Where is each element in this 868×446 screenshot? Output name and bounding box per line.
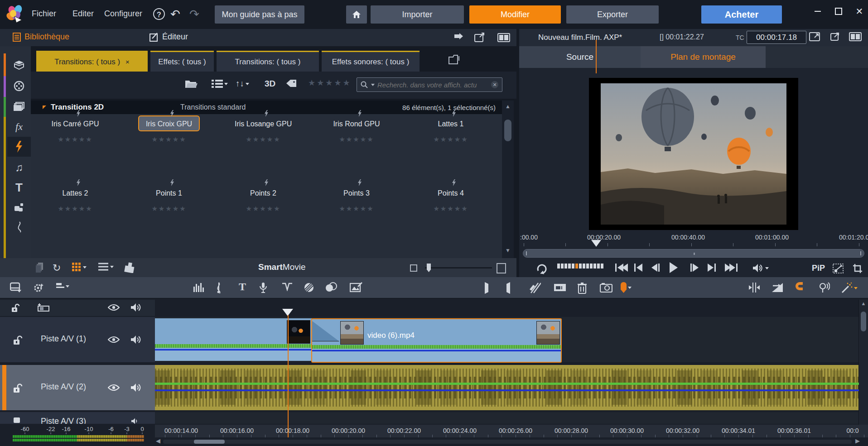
tab-bibliotheque[interactable]: Bibliothèque [13, 32, 69, 42]
rating-filter-stars[interactable]: ★★★★★ [308, 78, 352, 88]
thumbnail-size-slider[interactable] [425, 267, 492, 269]
sidebar-item-projects[interactable] [7, 55, 31, 75]
rating-stars[interactable]: ★★★★★ [138, 205, 200, 213]
menu-fichier[interactable]: Fichier [32, 9, 56, 19]
details-view-icon[interactable] [98, 262, 114, 271]
home-button[interactable] [346, 5, 367, 24]
quick-import-icon[interactable] [453, 33, 466, 43]
filter-tab-transitions-active[interactable]: Transitions: ( tous ) × [36, 51, 148, 72]
new-tab-icon[interactable] [448, 54, 460, 64]
track-name[interactable]: Piste A/V (1) [41, 334, 86, 344]
transition-item-selected[interactable]: B Iris Croix GPU ★★★★★ [138, 115, 200, 144]
sort-icon[interactable]: ↑↓ [236, 79, 249, 89]
frame-back-button[interactable] [651, 264, 660, 272]
scrollbar-thumb[interactable] [861, 312, 866, 331]
sidebar-item-titles[interactable]: T [7, 177, 31, 197]
track-lock-icon[interactable] [13, 334, 23, 346]
rating-stars[interactable]: ★★★★★ [44, 205, 106, 213]
transition-wedge[interactable] [312, 321, 339, 341]
motion-tracking-icon[interactable] [325, 282, 337, 292]
track-1-content[interactable]: video (6).mp4 [155, 317, 859, 362]
tab-source[interactable]: Source [519, 46, 641, 68]
sidebar-item-montage[interactable] [7, 197, 31, 217]
thumbnail-size-slider-thumb[interactable] [427, 264, 431, 272]
scroll-down-icon[interactable]: ▼ [502, 245, 514, 256]
scale-mode-icon[interactable] [833, 264, 844, 273]
rating-stars[interactable]: ★★★★★ [326, 135, 387, 144]
player-time-ruler[interactable]: :00.00 00:00:20.00 00:00:40.00 00:01:00.… [519, 232, 868, 247]
acheter-button[interactable]: Acheter [701, 5, 782, 24]
snapshot-camera-icon[interactable] [600, 282, 612, 293]
sidebar-item-videos[interactable] [7, 76, 31, 96]
transition-item[interactable]: A Points 4 ★★★★★ [420, 185, 482, 213]
filter-tab-transitions-2[interactable]: Transitions: ( tous ) [217, 51, 319, 72]
smartmovie-button[interactable]: SmartMovie [258, 262, 306, 272]
tab-editeur[interactable]: Éditeur [149, 32, 188, 42]
window-maximize-button[interactable] [831, 5, 846, 17]
play-button[interactable] [670, 262, 678, 273]
add-track-icon[interactable] [36, 303, 50, 312]
audio-mixer-icon[interactable] [193, 282, 205, 293]
sidebar-item-transitions[interactable] [7, 137, 31, 157]
previous-clip-button[interactable] [634, 264, 642, 272]
filter-tab-effets-sonores[interactable]: Effets sonores: ( tous ) [322, 51, 420, 72]
go-to-end-button[interactable] [725, 264, 738, 272]
scroll-up-icon[interactable]: ▲ [859, 301, 868, 306]
transition-item[interactable]: AB Points 1 ★★★★★ [138, 185, 200, 213]
dual-view-icon[interactable] [497, 33, 510, 43]
jog-shuttle[interactable] [557, 264, 603, 269]
track-header-2-selected[interactable]: Piste A/V (2) [0, 365, 155, 410]
importer-button[interactable]: Importer [371, 5, 464, 24]
scrollbar-thumb[interactable] [194, 440, 225, 444]
search-input[interactable] [376, 81, 489, 89]
timecode-field[interactable]: 00:00:17.18 [747, 31, 806, 44]
transition-item[interactable]: A Points 2 ★★★★★ [232, 185, 294, 213]
audio-pan-line[interactable] [155, 383, 859, 385]
tab-plan-de-montage[interactable]: Plan de montage [641, 46, 766, 68]
window-minimize-button[interactable] [810, 5, 825, 17]
track-3-content[interactable] [155, 412, 859, 424]
scroll-up-icon[interactable]: ▲ [502, 101, 514, 112]
window-close-button[interactable]: ✕ [852, 5, 867, 17]
help-icon[interactable]: ? [153, 8, 165, 20]
delete-trash-icon[interactable] [577, 282, 587, 294]
volume-button[interactable] [753, 264, 769, 273]
trim-mode-icon[interactable] [748, 282, 760, 293]
player-scrubber[interactable] [523, 249, 864, 258]
rating-stars[interactable]: ★★★★★ [232, 135, 294, 144]
marker-button[interactable] [621, 282, 632, 293]
menu-editer[interactable]: Editer [72, 9, 94, 19]
customize-toolbar-icon[interactable] [10, 282, 22, 293]
send-to-timeline-icon[interactable] [123, 262, 136, 273]
track-lock-icon[interactable] [14, 417, 20, 423]
thumbnail-view-icon[interactable] [72, 262, 87, 272]
overwrite-mode-icon[interactable] [554, 282, 566, 293]
mute-all-speaker-icon[interactable] [130, 302, 141, 312]
dynamic-length-icon[interactable] [771, 282, 784, 293]
track-name[interactable]: Piste A/V (2) [41, 382, 86, 392]
detach-window-icon[interactable] [474, 33, 487, 43]
go-to-start-button[interactable] [615, 264, 628, 272]
mark-out-icon[interactable] [506, 282, 511, 294]
scroll-left-icon[interactable]: ◀ [156, 437, 160, 444]
undock-preview-icon[interactable] [830, 32, 842, 42]
rating-stars[interactable]: ★★★★★ [44, 135, 106, 144]
pip-button[interactable]: PiP [812, 264, 825, 273]
magic-wand-icon[interactable] [841, 282, 858, 294]
rating-stars[interactable]: ★★★★★ [138, 135, 200, 144]
scrollbar-thumb[interactable] [504, 120, 511, 141]
guide-button[interactable]: Mon guide pas à pas [215, 5, 304, 24]
sidebar-item-scorefitter[interactable] [7, 217, 31, 237]
transition-item[interactable]: B Iris Losange GPU ★★★★★ [232, 115, 294, 144]
scroll-right-icon[interactable]: ▶ [855, 437, 860, 444]
timeline-horizontal-scrollbar[interactable] [163, 440, 852, 444]
crop-icon[interactable] [853, 264, 863, 273]
tag-icon[interactable] [285, 79, 297, 88]
render-disc-icon[interactable] [304, 282, 314, 293]
next-clip-button[interactable] [708, 264, 716, 272]
dual-monitor-icon[interactable] [849, 32, 861, 42]
rating-stars[interactable]: ★★★★★ [326, 205, 387, 213]
app-logo-icon[interactable] [5, 5, 25, 24]
refresh-icon[interactable]: ↻ [53, 262, 61, 274]
track-lock-icon[interactable] [13, 382, 23, 394]
